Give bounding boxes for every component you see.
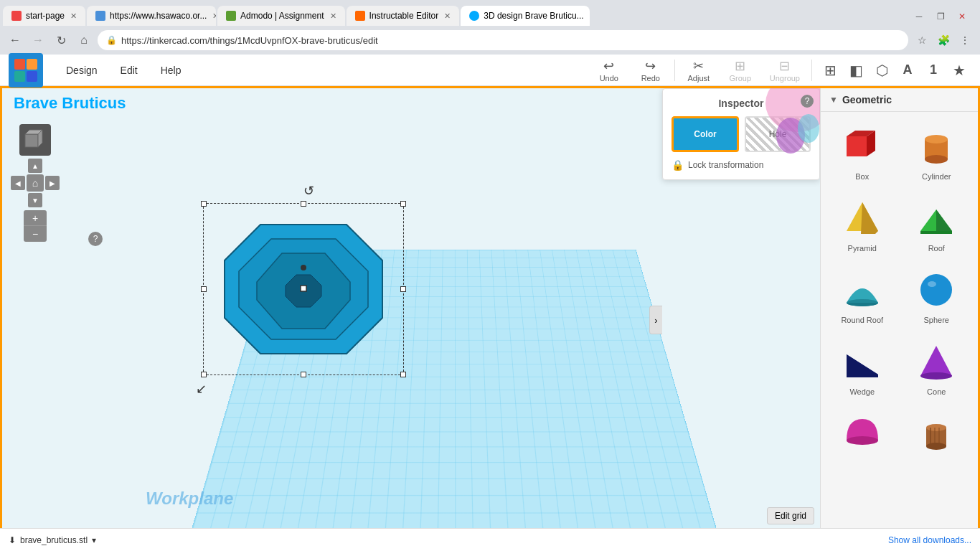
3d-view-button[interactable]: ◧ <box>844 58 868 83</box>
tab-bar: start-page ✕ https://www.hsawaco.or... ✕… <box>0 0 980 26</box>
undo-label: Undo <box>600 74 618 83</box>
undo-button[interactable]: ↩ Undo <box>591 55 627 85</box>
tab-close-admodo[interactable]: ✕ <box>330 11 336 21</box>
show-downloads-link[interactable]: Show all downloads... <box>888 535 971 545</box>
tab-instructable[interactable]: Instructable Editor ✕ <box>347 6 460 26</box>
pyramid-label: Pyramid <box>848 244 877 253</box>
minimize-button[interactable]: ─ <box>910 7 928 26</box>
bookmark-star-icon[interactable]: ☆ <box>913 31 931 50</box>
rotate-handle-bottom[interactable]: ↙ <box>196 381 207 397</box>
group-button[interactable]: ⊞ Group <box>722 55 758 85</box>
home-button[interactable]: ⌂ <box>75 31 93 50</box>
sidebar-collapse-icon[interactable]: ▼ <box>829 95 838 105</box>
resize-handle-tl[interactable] <box>201 201 207 207</box>
download-filename: brave_bruticus.stl <box>20 535 88 545</box>
logo-cell-nk <box>27 59 37 70</box>
menu-help[interactable]: Help <box>155 62 187 79</box>
adjust-button[interactable]: ✂ Adjust <box>681 55 717 85</box>
round-roof-label: Round Roof <box>841 316 883 324</box>
help-button[interactable]: ? <box>88 232 103 246</box>
extension-icon[interactable]: 🧩 <box>934 31 953 50</box>
redo-button[interactable]: ↪ Redo <box>633 55 669 85</box>
shape-item-pyramid[interactable]: Pyramid <box>826 189 898 258</box>
inspector-panel: Inspector ? Color Hole 🔒 Lock transforma… <box>662 88 820 180</box>
resize-handle-tr[interactable] <box>400 201 406 207</box>
canvas-area[interactable]: Brave Bruticus ▲ ▼ ◀ ▶ ⌂ + <box>2 88 820 551</box>
resize-handle-bl[interactable] <box>201 372 207 377</box>
tab-close-hsawa[interactable]: ✕ <box>212 11 216 21</box>
logo-cell-ti <box>14 59 25 70</box>
tab-close-tinkercad[interactable]: ✕ <box>590 11 590 21</box>
inspector-help-button[interactable]: ? <box>801 95 814 108</box>
half-sphere-preview <box>839 410 885 456</box>
sphere-view-button[interactable]: ⬡ <box>870 58 894 83</box>
resize-handle-ml[interactable] <box>201 286 207 292</box>
tinkercad-logo[interactable] <box>9 53 43 88</box>
menu-icon[interactable]: ⋮ <box>956 31 974 50</box>
menu-edit[interactable]: Edit <box>115 62 143 79</box>
shape-item-cylinder[interactable]: Cylinder <box>901 118 973 187</box>
resize-handle-bm[interactable] <box>301 372 306 377</box>
restore-button[interactable]: ❐ <box>931 7 950 26</box>
shape-item-sphere[interactable]: Sphere <box>901 261 973 330</box>
tab-close-start[interactable]: ✕ <box>70 11 77 21</box>
shape-item-roof[interactable]: Roof <box>901 189 973 258</box>
sidebar-header: ▼ Geometric <box>821 88 978 112</box>
resize-handle-mr[interactable] <box>400 286 406 292</box>
svg-point-7 <box>301 265 306 270</box>
refresh-button[interactable]: ↻ <box>52 31 70 50</box>
dpad-left-button[interactable]: ◀ <box>11 176 25 190</box>
tab-admodo[interactable]: Admodo | Assignment ✕ <box>217 6 345 26</box>
zoom-out-button[interactable]: − <box>24 226 47 242</box>
dpad-right-button[interactable]: ▶ <box>45 176 60 190</box>
ungroup-icon: ⊟ <box>779 58 790 74</box>
tab-label-start: start-page <box>26 11 65 21</box>
dpad-down-button[interactable]: ▼ <box>28 193 42 207</box>
dpad-center-button[interactable]: ⌂ <box>27 174 44 192</box>
selected-shape-container[interactable]: ↺ <box>203 203 404 375</box>
browser-nav-icons: ☆ 🧩 ⋮ <box>913 31 974 50</box>
grid-view-button[interactable]: ⊞ <box>818 58 842 83</box>
lock-row: 🔒 Lock transformation <box>672 159 811 171</box>
nav-cube[interactable] <box>19 124 51 156</box>
edit-grid-button[interactable]: Edit grid <box>767 507 814 524</box>
back-button[interactable]: ← <box>6 31 24 50</box>
nav-cube-icon <box>22 127 48 153</box>
roof-preview <box>913 195 959 241</box>
zoom-in-button[interactable]: + <box>24 210 47 226</box>
logo-cell-ca <box>27 71 37 82</box>
resize-handle-tm[interactable] <box>301 201 306 207</box>
close-button[interactable]: ✕ <box>953 7 971 26</box>
nav-dpad: ▲ ▼ ◀ ▶ ⌂ <box>11 159 60 207</box>
resize-handle-br[interactable] <box>400 372 406 377</box>
text-a-button[interactable]: A <box>895 58 920 83</box>
box-label: Box <box>855 172 869 181</box>
view-icons: ⊞ ◧ ⬡ A 1 ★ <box>818 58 971 83</box>
tab-hsawa[interactable]: https://www.hsawaco.or... ✕ <box>87 6 216 26</box>
dropdown-icon[interactable]: ▾ <box>92 535 96 545</box>
redo-icon: ↪ <box>645 58 656 74</box>
dpad-up-button[interactable]: ▲ <box>28 159 42 173</box>
rotate-handle-top[interactable]: ↺ <box>303 183 314 199</box>
svg-marker-19 <box>861 202 878 234</box>
hole-button[interactable]: Hole <box>745 116 811 152</box>
shape-item-half-sphere[interactable] <box>826 405 898 465</box>
number-1-button[interactable]: 1 <box>921 58 946 83</box>
collapse-sidebar-button[interactable]: › <box>649 306 662 334</box>
download-bar: ⬇ brave_bruticus.stl ▾ Show all download… <box>0 528 980 551</box>
color-button[interactable]: Color <box>672 116 739 152</box>
forward-button[interactable]: → <box>29 31 47 50</box>
url-bar[interactable]: 🔒 https://tinkercad.com/things/1McdUvpnf… <box>98 30 908 50</box>
ungroup-button[interactable]: ⊟ Ungroup <box>764 55 806 85</box>
star-button[interactable]: ★ <box>947 58 971 83</box>
shape-item-wedge[interactable]: Wedge <box>826 333 898 402</box>
shape-item-box[interactable]: Box <box>826 118 898 187</box>
tab-close-instructable[interactable]: ✕ <box>444 11 451 21</box>
tab-tinkercad[interactable]: 3D design Brave Bruticu... ✕ <box>461 6 590 26</box>
tab-start[interactable]: start-page ✕ <box>3 6 85 26</box>
undo-icon: ↩ <box>603 58 614 74</box>
shape-item-cone[interactable]: Cone <box>901 333 973 402</box>
shape-item-wood-cylinder[interactable] <box>901 405 973 465</box>
menu-design[interactable]: Design <box>60 62 103 79</box>
shape-item-round-roof[interactable]: Round Roof <box>826 261 898 330</box>
